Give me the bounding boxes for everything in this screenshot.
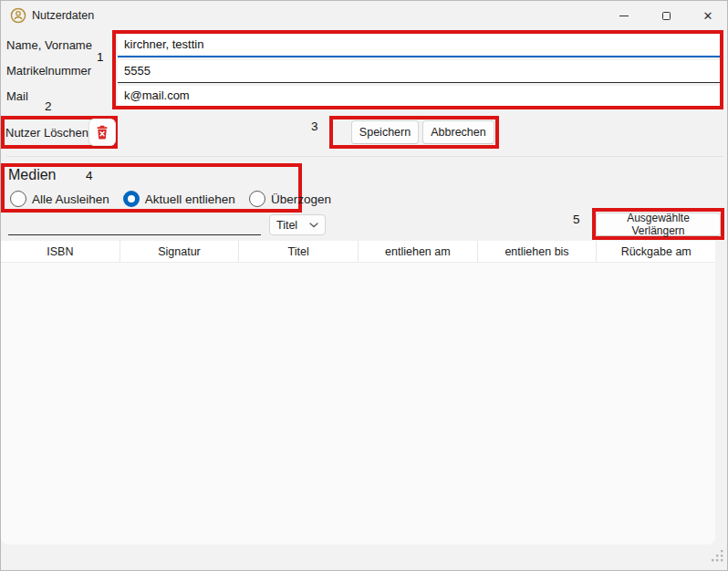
media-search-input[interactable] — [8, 216, 261, 235]
media-table-body — [1, 263, 715, 545]
delete-user-label: Nutzer Löschen — [5, 126, 88, 140]
column-header-entliehen-am[interactable]: entliehen am — [359, 241, 478, 262]
extend-selected-button[interactable]: Ausgewählte Verlängern — [596, 213, 721, 236]
annotation-number-5: 5 — [573, 213, 580, 226]
minimize-button[interactable] — [603, 1, 645, 30]
delete-user-button[interactable] — [88, 119, 116, 146]
name-label: Name, Vorname — [6, 38, 92, 52]
column-header-entliehen-bis[interactable]: entliehen bis — [478, 241, 598, 262]
window-title: Nutzerdaten — [32, 9, 94, 22]
section-divider — [6, 156, 723, 157]
trash-delete-icon — [95, 125, 109, 140]
minimize-icon — [619, 16, 629, 16]
column-header-rueckgabe-am[interactable]: Rückgabe am — [597, 241, 715, 262]
search-field-dropdown[interactable]: Titel — [269, 214, 326, 235]
loan-filter-radio-group: Alle Ausleihen Aktuell entliehen Überzog… — [10, 191, 331, 207]
close-button[interactable]: ✕ — [687, 1, 728, 30]
radio-aktuell-entliehen[interactable]: Aktuell entliehen — [123, 191, 235, 207]
media-table-header: ISBN Signatur Titel entliehen am entlieh… — [1, 241, 715, 263]
medien-section-title: Medien — [8, 167, 56, 183]
mail-label: Mail — [6, 89, 28, 103]
title-bar: Nutzerdaten ✕ — [1, 1, 727, 30]
cancel-button[interactable]: Abbrechen — [422, 120, 494, 144]
annotation-number-2: 2 — [45, 99, 52, 113]
column-header-isbn[interactable]: ISBN — [1, 241, 120, 262]
save-button[interactable]: Speichern — [351, 120, 419, 144]
chevron-down-icon — [309, 223, 318, 228]
annotation-number-3: 3 — [311, 119, 318, 133]
radio-off-icon — [10, 191, 26, 207]
column-header-titel[interactable]: Titel — [239, 241, 359, 262]
matrikelnummer-label: Matrikelnummer — [6, 64, 91, 78]
radio-on-icon — [123, 191, 140, 207]
maximize-icon — [662, 12, 671, 20]
column-header-signatur[interactable]: Signatur — [120, 241, 240, 262]
resize-grip-icon[interactable] — [711, 549, 723, 562]
close-icon: ✕ — [703, 10, 713, 22]
annotation-box-1 — [112, 30, 723, 109]
user-avatar-icon — [10, 7, 26, 24]
radio-off-icon — [249, 191, 265, 207]
annotation-number-1: 1 — [97, 50, 104, 64]
radio-ueberzogen[interactable]: Überzogen — [249, 191, 331, 207]
nutzerdaten-window: Nutzerdaten ✕ Name, Vorname Matrikelnumm… — [0, 0, 728, 571]
radio-alle-ausleihen[interactable]: Alle Ausleihen — [10, 191, 109, 207]
maximize-button[interactable] — [645, 1, 687, 30]
